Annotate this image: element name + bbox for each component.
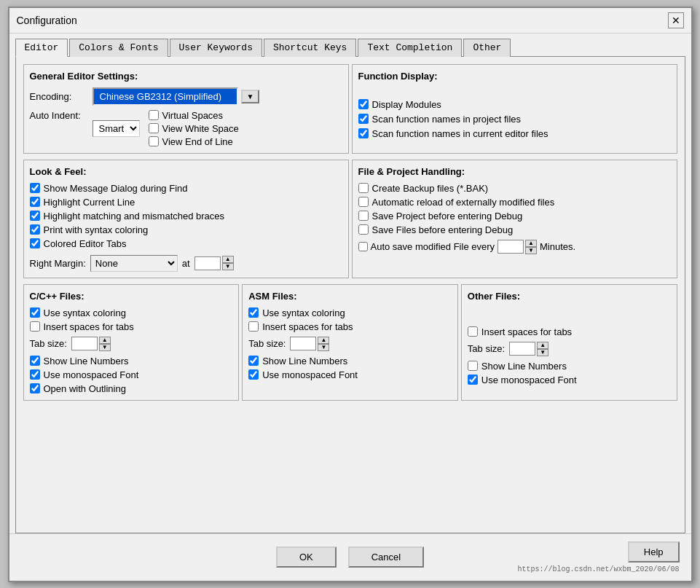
auto-save-spin: 5 ▲ ▼ — [498, 240, 537, 254]
asm-tab-spin-up[interactable]: ▲ — [318, 337, 329, 344]
other-tab-size-row: Tab size: 4 ▲ ▼ — [468, 342, 671, 356]
cpp-use-monospaced-checkbox[interactable] — [30, 369, 40, 380]
close-button[interactable]: ✕ — [668, 12, 684, 28]
scan-function-project-checkbox[interactable] — [358, 114, 369, 124]
ok-button[interactable]: OK — [276, 546, 337, 568]
save-project-debug-checkbox[interactable] — [358, 211, 369, 221]
cpp-tab-size-row: Tab size: 4 ▲ ▼ — [30, 337, 233, 351]
cpp-tab-size-spin: 4 ▲ ▼ — [71, 337, 111, 351]
highlight-current-line-row: Highlight Current Line — [30, 197, 342, 208]
auto-save-spin-up[interactable]: ▲ — [525, 240, 537, 247]
right-margin-label: Right Margin: — [30, 258, 86, 269]
tab-colors-fonts[interactable]: Colors & Fonts — [69, 39, 168, 57]
cpp-tab-spin-down[interactable]: ▼ — [99, 344, 111, 351]
auto-reload-row: Automatic reload of externally modified … — [358, 197, 671, 208]
scan-function-editor-checkbox[interactable] — [358, 128, 369, 138]
view-end-of-line-label: View End of Line — [162, 136, 233, 147]
cpp-insert-spaces-tabs-checkbox[interactable] — [30, 321, 40, 332]
function-display-title: Function Display: — [358, 71, 671, 82]
auto-save-spin-buttons: ▲ ▼ — [525, 240, 537, 254]
indent-checkboxes: Virtual Spaces View White Space View End… — [149, 110, 239, 147]
show-message-dialog-checkbox[interactable] — [30, 183, 40, 193]
dialog-title: Configuration — [17, 15, 77, 26]
look-feel-title: Look & Feel: — [30, 166, 342, 177]
encoding-display[interactable]: Chinese GB2312 (Simplified) — [93, 87, 238, 106]
view-end-of-line-checkbox[interactable] — [149, 136, 159, 146]
asm-use-syntax-coloring-checkbox[interactable] — [248, 307, 259, 318]
auto-indent-select[interactable]: Smart — [93, 120, 140, 137]
right-margin-row: Right Margin: None at 80 ▲ ▼ — [30, 255, 342, 272]
highlight-matching-checkbox[interactable] — [30, 211, 40, 221]
save-files-debug-checkbox[interactable] — [358, 224, 369, 235]
save-files-debug-label: Save Files before entering Debug — [372, 224, 514, 235]
cpp-use-syntax-coloring-label: Use syntax coloring — [44, 307, 126, 318]
encoding-label: Encoding: — [30, 91, 88, 102]
auto-indent-label: Auto Indent: — [30, 110, 88, 121]
other-tab-spin-up[interactable]: ▲ — [537, 342, 548, 349]
other-files-title: Other Files: — [468, 291, 671, 302]
tab-other[interactable]: Other — [463, 39, 511, 57]
asm-tab-spin-buttons: ▲ ▼ — [318, 337, 329, 351]
cpp-tab-spin-buttons: ▲ ▼ — [99, 337, 111, 351]
file-project-title: File & Project Handling: — [358, 166, 671, 177]
encoding-dropdown-button[interactable]: ▼ — [241, 90, 260, 103]
right-margin-select[interactable]: None — [90, 255, 178, 272]
asm-insert-spaces-tabs-checkbox[interactable] — [248, 321, 259, 332]
cpp-show-line-numbers-row: Show Line Numbers — [30, 356, 233, 366]
view-white-space-checkbox[interactable] — [149, 123, 159, 133]
other-tab-size-input[interactable]: 4 — [509, 342, 535, 356]
tab-text-completion[interactable]: Text Completion — [358, 39, 462, 57]
create-backup-checkbox[interactable] — [358, 183, 369, 193]
cpp-tab-spin-up[interactable]: ▲ — [99, 337, 111, 344]
cancel-button[interactable]: Cancel — [348, 546, 424, 568]
margin-spin-up[interactable]: ▲ — [222, 256, 234, 263]
colored-editor-tabs-checkbox[interactable] — [30, 238, 40, 248]
help-button[interactable]: Help — [628, 541, 680, 562]
virtual-spaces-checkbox[interactable] — [149, 110, 159, 120]
margin-number-input[interactable]: 80 — [194, 256, 221, 270]
highlight-current-line-checkbox[interactable] — [30, 197, 40, 207]
tab-user-keywords[interactable]: User Keywords — [170, 39, 262, 57]
display-modules-checkbox[interactable] — [358, 99, 369, 109]
auto-save-input[interactable]: 5 — [498, 240, 524, 254]
tab-shortcut-keys[interactable]: Shortcut Keys — [264, 39, 356, 57]
encoding-wrapper: Chinese GB2312 (Simplified) ▼ — [93, 87, 260, 106]
margin-spin-down[interactable]: ▼ — [222, 263, 234, 270]
look-feel-panel: Look & Feel: Show Message Dialog during … — [23, 160, 349, 278]
other-use-monospaced-row: Use monospaced Font — [468, 375, 671, 385]
asm-insert-spaces-tabs-label: Insert spaces for tabs — [262, 321, 353, 332]
other-show-line-numbers-checkbox[interactable] — [468, 361, 478, 371]
other-insert-spaces-tabs-checkbox[interactable] — [468, 326, 478, 337]
other-tab-size-spin: 4 ▲ ▼ — [509, 342, 548, 356]
show-message-dialog-label: Show Message Dialog during Find — [44, 183, 188, 194]
print-syntax-coloring-checkbox[interactable] — [30, 224, 40, 235]
scan-function-project-row: Scan function names in project files — [358, 114, 671, 125]
tab-editor[interactable]: Editor — [15, 39, 68, 57]
auto-save-spin-down[interactable]: ▼ — [525, 247, 537, 254]
cpp-tab-size-input[interactable]: 4 — [71, 337, 98, 350]
cpp-open-outlining-checkbox[interactable] — [30, 383, 40, 393]
asm-show-line-numbers-checkbox[interactable] — [248, 356, 259, 366]
asm-use-monospaced-checkbox[interactable] — [248, 369, 259, 380]
cpp-show-line-numbers-checkbox[interactable] — [30, 356, 40, 366]
auto-save-checkbox[interactable] — [358, 242, 368, 251]
asm-tab-spin-down[interactable]: ▼ — [318, 344, 329, 351]
configuration-dialog: Configuration ✕ Editor Colors & Fonts Us… — [8, 7, 693, 582]
file-project-panel: File & Project Handling: Create Backup f… — [352, 160, 677, 278]
footer: OK Cancel Help https://blog.csdn.net/wxb… — [9, 533, 691, 581]
colored-editor-tabs-label: Colored Editor Tabs — [44, 238, 127, 249]
other-use-monospaced-label: Use monospaced Font — [481, 375, 577, 385]
auto-reload-checkbox[interactable] — [358, 197, 369, 207]
other-insert-spaces-tabs-row: Insert spaces for tabs — [468, 326, 671, 337]
other-use-monospaced-checkbox[interactable] — [468, 375, 478, 385]
other-show-line-numbers-row: Show Line Numbers — [468, 361, 671, 372]
other-tab-spin-down[interactable]: ▼ — [537, 349, 548, 356]
other-insert-spaces-tabs-label: Insert spaces for tabs — [481, 326, 572, 337]
show-message-dialog-row: Show Message Dialog during Find — [30, 183, 342, 194]
asm-files-title: ASM Files: — [248, 291, 452, 302]
cpp-use-syntax-coloring-checkbox[interactable] — [30, 307, 40, 318]
scan-function-editor-label: Scan function names in current editor fi… — [372, 128, 548, 139]
asm-tab-size-input[interactable]: 4 — [290, 337, 316, 350]
cpp-files-panel: C/C++ Files: Use syntax coloring Insert … — [23, 284, 240, 401]
display-modules-row: Display Modules — [358, 99, 671, 110]
